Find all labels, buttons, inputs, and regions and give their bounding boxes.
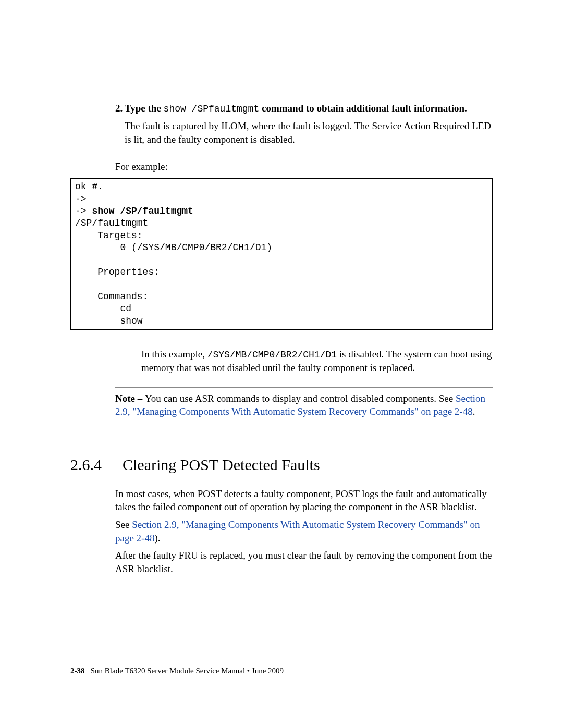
section-heading: 2.6.4 Clearing POST Detected Faults — [70, 454, 493, 476]
step-text: Type the show /SPfaultmgmt command to ob… — [125, 102, 493, 151]
paragraph-1: In most cases, when POST detects a fault… — [115, 487, 493, 514]
page-footer: 2-38 Sun Blade T6320 Server Module Servi… — [70, 665, 493, 676]
code-line-1b: #. — [92, 181, 103, 192]
code-line-12: show — [75, 316, 143, 326]
code-line-10: Commands: — [75, 291, 148, 302]
example-path: /SYS/MB/CMP0/BR2/CH1/D1 — [207, 350, 337, 360]
code-line-1a: ok — [75, 181, 92, 192]
step-command: show /SPfaultmgmt — [164, 104, 260, 114]
code-line-8: Properties: — [75, 267, 160, 277]
for-example-label: For example: — [115, 160, 493, 174]
example-text-pre: In this example, — [141, 349, 207, 360]
code-line-3a: -> — [75, 206, 92, 216]
page: 2. Type the show /SPfaultmgmt command to… — [0, 0, 563, 728]
paragraph-2: See Section 2.9, "Managing Components Wi… — [115, 518, 493, 545]
section-title: Clearing POST Detected Faults — [123, 454, 320, 476]
section-number: 2.6.4 — [70, 454, 123, 476]
code-example: ok #. -> -> show /SP/faultmgmt /SP/fault… — [70, 178, 493, 330]
code-line-11: cd — [75, 303, 131, 314]
p2-pre: See — [115, 519, 132, 530]
code-line-6: 0 (/SYS/MB/CMP0/BR2/CH1/D1) — [75, 242, 272, 253]
p2-post: ). — [154, 533, 160, 544]
step-description: The fault is captured by ILOM, where the… — [125, 119, 493, 146]
note-block: Note – You can use ASR commands to displ… — [115, 387, 493, 423]
note-text-pre: You can use ASR commands to display and … — [145, 393, 456, 404]
paragraph-3: After the faulty FRU is replaced, you mu… — [115, 549, 493, 575]
step-suffix: command to obtain additional fault infor… — [259, 103, 467, 114]
code-line-2: -> — [75, 194, 87, 204]
note-text-post: . — [473, 406, 475, 417]
step-number: 2. — [115, 102, 125, 151]
code-line-5: Targets: — [75, 230, 143, 241]
page-number: 2-38 — [70, 667, 85, 675]
note-label: Note – — [115, 393, 145, 404]
step-prefix: Type the — [125, 103, 164, 114]
code-line-4: /SP/faultmgmt — [75, 218, 148, 228]
code-line-3b: show /SP/faultmgmt — [92, 206, 193, 216]
footer-text: Sun Blade T6320 Server Module Service Ma… — [91, 667, 284, 675]
example-explanation: In this example, /SYS/MB/CMP0/BR2/CH1/D1… — [141, 348, 493, 375]
p2-link[interactable]: Section 2.9, "Managing Components With A… — [115, 519, 480, 544]
step-2: 2. Type the show /SPfaultmgmt command to… — [115, 102, 493, 151]
